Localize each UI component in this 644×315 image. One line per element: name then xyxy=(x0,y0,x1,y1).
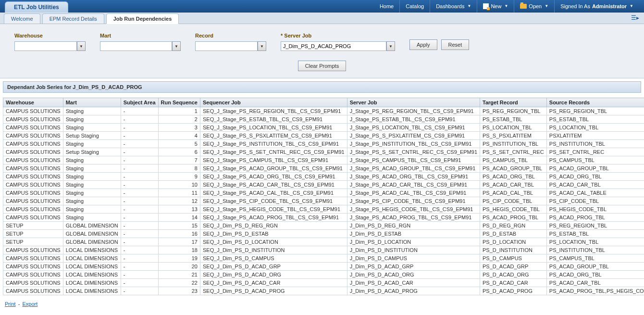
table-row: SETUPGLOBAL DIMENSION-17SEQ_J_Dim_PS_D_L… xyxy=(3,238,644,246)
mart-input[interactable] xyxy=(100,41,172,51)
cell-source-records: PS_REG_REGION_TBL xyxy=(546,222,644,230)
table-row: CAMPUS SOLUTIONSLOCAL DIMENSIONS-20SEQ_J… xyxy=(3,263,644,271)
cell-mart: Staging xyxy=(63,124,121,132)
cell-run-sequence: 16 xyxy=(158,230,200,238)
table-row: CAMPUS SOLUTIONSStaging-11SEQ_J_Stage_PS… xyxy=(3,189,644,197)
col-run-sequence[interactable]: Run Sequence xyxy=(158,98,200,107)
nav-open[interactable]: Open ▼ xyxy=(514,0,554,13)
cell-run-sequence: 12 xyxy=(158,197,200,205)
nav-catalog[interactable]: Catalog xyxy=(399,0,430,13)
global-nav: Home Catalog Dashboards ▼ New ▼ Open ▼ S… xyxy=(374,0,639,13)
folder-open-icon xyxy=(520,4,527,9)
cell-mart: Staging xyxy=(63,173,121,181)
cell-warehouse: CAMPUS SOLUTIONS xyxy=(3,263,63,271)
col-subject-area[interactable]: Subject Area xyxy=(121,98,158,107)
record-label: Record xyxy=(195,33,266,38)
cell-warehouse: CAMPUS SOLUTIONS xyxy=(3,140,63,148)
cell-subject-area: - xyxy=(121,238,158,246)
cell-server-job: J_Dim_PS_D_ACAD_GRP xyxy=(347,263,480,271)
col-warehouse[interactable]: Warehouse xyxy=(3,98,63,107)
cell-server-job: J_Stage_PS_ACAD_ORG_TBL_CS_CS9_EPM91 xyxy=(347,173,480,181)
cell-source-records: PS_ACAD_GROUP_TBL xyxy=(546,164,644,173)
col-mart[interactable]: Mart xyxy=(63,98,121,107)
apply-button[interactable]: Apply xyxy=(409,39,437,50)
col-source-records[interactable]: Source Records xyxy=(546,98,644,107)
warehouse-input[interactable] xyxy=(14,41,77,51)
cell-warehouse: CAMPUS SOLUTIONS xyxy=(3,115,63,124)
cell-subject-area: - xyxy=(121,173,158,181)
warehouse-dropdown-arrow[interactable]: ▼ xyxy=(77,41,86,51)
cell-server-job: J_Dim_PS_D_INSTITUTION xyxy=(347,246,480,254)
server-job-dropdown-arrow[interactable]: ▼ xyxy=(386,41,395,51)
cell-subject-area: - xyxy=(121,230,158,238)
record-input[interactable] xyxy=(195,41,258,51)
export-link[interactable]: Export xyxy=(22,301,37,307)
table-row: CAMPUS SOLUTIONSStaging-14SEQ_J_Stage_PS… xyxy=(3,214,644,222)
cell-subject-area: - xyxy=(121,189,158,197)
cell-source-records: PS_ACAD_GROUP_TBL xyxy=(546,263,644,271)
results-table: Warehouse Mart Subject Area Run Sequence… xyxy=(3,98,644,295)
prompt-mart: Mart ▼ xyxy=(100,33,181,51)
col-sequencer-job[interactable]: Sequencer Job xyxy=(200,98,347,107)
tab-welcome[interactable]: Welcome xyxy=(4,13,40,24)
cell-warehouse: CAMPUS SOLUTIONS xyxy=(3,189,63,197)
col-target-record[interactable]: Target Record xyxy=(480,98,547,107)
cell-target-record: PS_ACAD_PROG_TBL xyxy=(480,214,547,222)
cell-target-record: PS_D_ESTAB xyxy=(480,230,547,238)
mart-dropdown-arrow[interactable]: ▼ xyxy=(172,41,181,51)
nav-signed-in[interactable]: Signed In As Administrator ▼ xyxy=(554,0,639,13)
nav-dashboards[interactable]: Dashboards ▼ xyxy=(430,0,477,13)
tab-epm-record-details[interactable]: EPM Record Details xyxy=(42,13,104,24)
server-job-label: * Server Job xyxy=(281,33,395,38)
cell-warehouse: CAMPUS SOLUTIONS xyxy=(3,156,63,164)
cell-server-job: J_Stage_PS_REG_REGION_TBL_CS_CS9_EPM91 xyxy=(347,107,480,115)
cell-sequencer-job: SEQ_J_Dim_PS_D_INSTITUTION xyxy=(200,246,347,254)
reset-button[interactable]: Reset xyxy=(441,39,470,50)
cell-server-job: J_Dim_PS_D_CAMPUS xyxy=(347,254,480,263)
cell-sequencer-job: SEQ_J_Stage_PS_ACAD_CAR_TBL_CS_CS9_EPM91 xyxy=(200,181,347,189)
cell-sequencer-job: SEQ_J_Stage_PS_ACAD_GROUP_TBL_CS_CS9_EPM… xyxy=(200,164,347,173)
cell-target-record: PS_D_ACAD_ORG xyxy=(480,271,547,279)
cell-subject-area: - xyxy=(121,132,158,140)
nav-home[interactable]: Home xyxy=(374,0,399,13)
clear-prompts-button[interactable]: Clear Prompts xyxy=(298,61,346,71)
cell-source-records: PS_ESTAB_TBL xyxy=(546,115,644,124)
cell-source-records: PS_INSTITUTION_TBL xyxy=(546,246,644,254)
cell-warehouse: CAMPUS SOLUTIONS xyxy=(3,164,63,173)
table-header-row: Warehouse Mart Subject Area Run Sequence… xyxy=(3,98,644,107)
record-dropdown-arrow[interactable]: ▼ xyxy=(258,41,266,51)
cell-warehouse: CAMPUS SOLUTIONS xyxy=(3,197,63,205)
cell-warehouse: CAMPUS SOLUTIONS xyxy=(3,246,63,254)
cell-run-sequence: 1 xyxy=(158,107,200,115)
cell-subject-area: - xyxy=(121,140,158,148)
print-link[interactable]: Print xyxy=(5,301,16,307)
table-row: CAMPUS SOLUTIONSSetup Staging-4SEQ_J_Sta… xyxy=(3,132,644,140)
cell-mart: LOCAL DIMENSIONS xyxy=(63,271,121,279)
server-job-input[interactable] xyxy=(281,41,386,51)
cell-mart: Staging xyxy=(63,181,121,189)
cell-subject-area: - xyxy=(121,164,158,173)
cell-mart: Staging xyxy=(63,115,121,124)
cell-subject-area: - xyxy=(121,271,158,279)
tab-job-run-dependencies[interactable]: Job Run Dependencies xyxy=(106,13,179,24)
table-row: CAMPUS SOLUTIONSStaging-1SEQ_J_Stage_PS_… xyxy=(3,107,644,115)
cell-target-record: PS_CIP_CODE_TBL xyxy=(480,197,547,205)
new-icon xyxy=(483,3,489,9)
prompt-row: Warehouse ▼ Mart ▼ Record ▼ * Server Job xyxy=(14,33,630,51)
cell-source-records: PS_ACAD_CAR_TBL xyxy=(546,181,644,189)
cell-warehouse: CAMPUS SOLUTIONS xyxy=(3,214,63,222)
cell-source-records: PS_CAMPUS_TBL xyxy=(546,254,644,263)
cell-run-sequence: 14 xyxy=(158,214,200,222)
app-title-tab: ETL Job Utilities xyxy=(5,1,68,13)
cell-mart: LOCAL DIMENSIONS xyxy=(63,263,121,271)
cell-run-sequence: 7 xyxy=(158,156,200,164)
page-options-icon[interactable]: ☰▸ xyxy=(631,14,639,21)
cell-server-job: J_Dim_PS_D_LOCATION xyxy=(347,238,480,246)
cell-warehouse: CAMPUS SOLUTIONS xyxy=(3,287,63,295)
cell-target-record: PS_D_ACAD_PROG xyxy=(480,287,547,295)
cell-warehouse: CAMPUS SOLUTIONS xyxy=(3,107,63,115)
cell-mart: Staging xyxy=(63,205,121,214)
nav-new[interactable]: New ▼ xyxy=(477,0,514,13)
table-row: CAMPUS SOLUTIONSStaging-5SEQ_J_Stage_PS_… xyxy=(3,140,644,148)
col-server-job[interactable]: Server Job xyxy=(347,98,480,107)
